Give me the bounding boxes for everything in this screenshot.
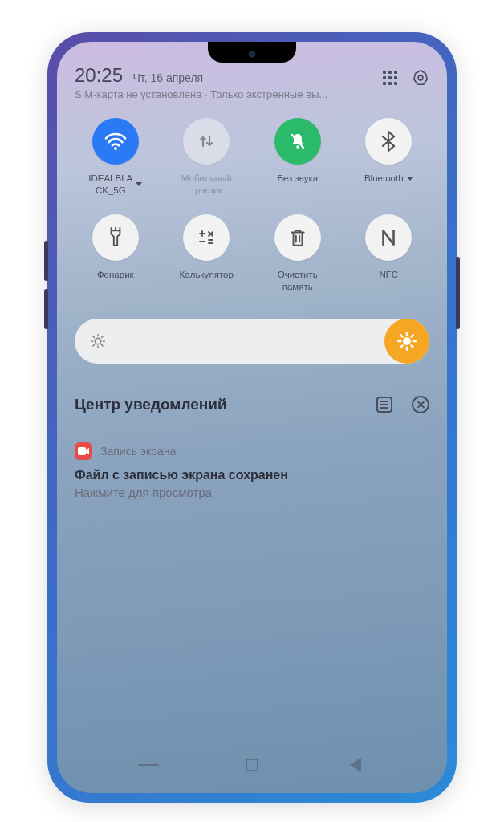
navigation-bar xyxy=(57,755,447,775)
mute-bell-icon xyxy=(288,132,307,151)
manage-notifications-icon[interactable] xyxy=(376,397,392,413)
brightness-high-icon xyxy=(396,331,417,352)
svg-line-20 xyxy=(411,345,413,347)
notification-center-title: Центр уведомлений xyxy=(75,396,376,413)
qs-tile-mobile-data[interactable]: Мобильный трафик xyxy=(166,118,248,197)
svg-line-19 xyxy=(400,335,402,336)
dropdown-arrow-icon xyxy=(136,182,142,186)
notification-card[interactable]: Запись экрана Файл с записью экрана сохр… xyxy=(75,442,429,499)
recent-apps-button[interactable] xyxy=(138,755,159,775)
svg-marker-0 xyxy=(414,71,428,84)
trash-icon xyxy=(289,228,307,247)
screen-record-app-icon xyxy=(75,442,92,460)
display-notch xyxy=(208,42,296,63)
back-button[interactable] xyxy=(345,755,366,775)
bluetooth-icon xyxy=(380,131,396,152)
qs-tile-wifi[interactable]: IDEALBLA CK_5G xyxy=(75,118,156,197)
quick-settings-row-2: Фонарик Калькулятор xyxy=(75,214,429,293)
clear-all-icon[interactable] xyxy=(412,396,429,413)
mobile-data-icon xyxy=(197,132,216,151)
qs-tile-flashlight[interactable]: Фонарик xyxy=(75,214,156,293)
svg-line-22 xyxy=(411,335,413,336)
brightness-slider[interactable] xyxy=(75,319,429,364)
svg-point-3 xyxy=(296,145,299,149)
home-button[interactable] xyxy=(242,755,262,775)
svg-point-2 xyxy=(114,147,117,150)
svg-line-12 xyxy=(93,344,94,345)
status-date: Чт, 16 апреля xyxy=(133,71,204,84)
qs-tile-bluetooth[interactable]: Bluetooth xyxy=(348,118,430,197)
notification-body: Нажмите для просмотра xyxy=(75,486,429,499)
quick-settings-row-1: IDEALBLA CK_5G Мобильный трафик Без звук… xyxy=(75,118,429,197)
svg-point-5 xyxy=(95,338,100,344)
brightness-low-icon xyxy=(89,332,107,350)
settings-icon[interactable] xyxy=(412,69,429,87)
edit-tiles-icon[interactable] xyxy=(383,71,397,85)
status-time: 20:25 xyxy=(75,64,123,86)
svg-line-21 xyxy=(400,345,402,347)
sim-status-text: SIM-карта не установлена · Только экстре… xyxy=(75,88,327,100)
svg-rect-23 xyxy=(78,447,86,455)
qs-tile-nfc[interactable]: NFC xyxy=(348,214,430,293)
qs-tile-calculator[interactable]: Калькулятор xyxy=(166,214,248,293)
brightness-thumb[interactable] xyxy=(384,319,429,364)
status-bar: 20:25 Чт, 16 апреля SIM-карта не установ… xyxy=(75,64,429,100)
svg-point-14 xyxy=(403,337,411,345)
qs-tile-mute[interactable]: Без звука xyxy=(257,118,339,197)
notification-center-header: Центр уведомлений xyxy=(75,396,429,413)
svg-line-13 xyxy=(102,336,103,337)
notification-title: Файл с записью экрана сохранен xyxy=(75,468,429,482)
flashlight-icon xyxy=(107,227,124,248)
dropdown-arrow-icon xyxy=(407,177,413,181)
wifi-icon xyxy=(104,132,128,151)
svg-line-10 xyxy=(93,336,94,337)
qs-tile-clear-memory[interactable]: Очистить память xyxy=(257,214,339,293)
svg-line-11 xyxy=(102,344,103,345)
svg-point-1 xyxy=(418,75,423,80)
notification-app-name: Запись экрана xyxy=(100,445,176,458)
calculator-icon xyxy=(197,228,216,247)
nfc-icon xyxy=(378,227,399,248)
